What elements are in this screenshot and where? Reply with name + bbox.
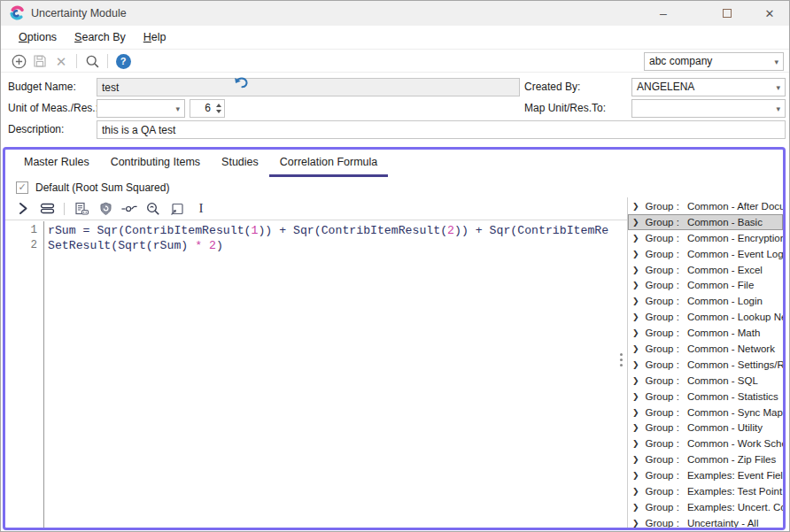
map-unit-select[interactable] xyxy=(631,99,786,118)
unit-select[interactable] xyxy=(97,99,185,118)
default-checkbox[interactable]: ✓ xyxy=(16,181,28,194)
minimize-button[interactable]: – xyxy=(644,1,683,26)
chevron-right-icon[interactable]: ❯ xyxy=(632,281,639,289)
company-value: abc company xyxy=(645,53,783,70)
group-list-item[interactable]: ❯Group :Common - SQL xyxy=(628,373,783,389)
zoom-button[interactable] xyxy=(145,201,161,217)
group-list-item[interactable]: ❯Group :Uncertainty - All xyxy=(628,515,783,528)
shield-icon xyxy=(99,202,112,216)
verify-button[interactable] xyxy=(97,201,113,217)
group-prefix: Group : xyxy=(646,201,679,212)
group-list-item[interactable]: ❯Group :Common - File xyxy=(628,277,783,293)
menu-search-by[interactable]: Search By xyxy=(66,31,135,43)
created-by-select[interactable]: ANGELENA xyxy=(631,78,786,96)
chevron-right-icon[interactable]: ❯ xyxy=(632,266,639,274)
splitter-handle-icon[interactable] xyxy=(620,353,623,356)
text-cursor-icon: I xyxy=(199,201,204,216)
resolution-stepper[interactable]: 6 xyxy=(190,99,225,118)
group-name: Common - Work Sched xyxy=(687,438,783,449)
group-name: Common - Zip Files xyxy=(687,454,776,465)
group-list-item[interactable]: ❯Group :Common - Encryption xyxy=(628,230,783,246)
uncertainty-module-window: Uncertainty Module – ✕ Options Search By… xyxy=(0,0,790,532)
chevron-right-icon[interactable]: ❯ xyxy=(632,376,639,385)
formula-code-area[interactable]: rSum = Sqr(ContribItemResult(1)) + Sqr(C… xyxy=(44,221,627,528)
chevron-right-icon[interactable]: ❯ xyxy=(632,344,639,353)
group-prefix: Group : xyxy=(646,454,679,465)
watch-button[interactable] xyxy=(121,201,137,217)
group-list-item[interactable]: ❯Group :Examples: Event Fields xyxy=(628,467,783,483)
group-list-item[interactable]: ❯Group :Examples: Uncert. Cont xyxy=(628,499,783,515)
chevron-right-icon[interactable]: ❯ xyxy=(632,297,639,305)
spinner-up-icon[interactable] xyxy=(216,104,221,107)
insert-frame-button[interactable] xyxy=(169,201,185,217)
chevron-right-icon[interactable]: ❯ xyxy=(632,392,639,401)
delete-button[interactable]: ✕ xyxy=(50,51,72,71)
chevron-right-icon[interactable]: ❯ xyxy=(632,471,639,480)
rows-button[interactable] xyxy=(39,201,55,217)
chevron-right-icon[interactable]: ❯ xyxy=(632,218,639,227)
tab-contributing-items[interactable]: Contributing Items xyxy=(100,150,211,177)
search-button[interactable] xyxy=(81,51,103,71)
chevron-right-icon[interactable]: ❯ xyxy=(632,360,639,369)
group-name: Common - Encryption xyxy=(687,233,783,243)
default-checkbox-label: Default (Root Sum Squared) xyxy=(35,181,169,194)
group-prefix: Group : xyxy=(646,391,679,402)
description-label: Description: xyxy=(8,120,64,139)
chevron-right-icon[interactable]: ❯ xyxy=(632,312,639,321)
tab-correlation-formula[interactable]: Correlation Formula xyxy=(269,150,388,177)
tab-studies[interactable]: Studies xyxy=(211,150,269,177)
validate-button[interactable] xyxy=(74,201,89,217)
menu-options[interactable]: Options xyxy=(10,31,66,43)
group-list-item[interactable]: ❯Group :Examples: Test Point Fi xyxy=(628,483,783,499)
group-list-item[interactable]: ❯Group :Common - Utility xyxy=(628,420,783,436)
main-toolbar: ✕ ? abc company xyxy=(1,50,789,73)
chevron-right-icon[interactable]: ❯ xyxy=(632,202,639,211)
group-list-item[interactable]: ❯Group :Common - Statistics xyxy=(628,389,783,405)
group-list-item[interactable]: ❯Group :Common - Login xyxy=(628,293,783,309)
chevron-right-icon[interactable]: ❯ xyxy=(632,423,639,432)
undo-button[interactable] xyxy=(231,73,251,91)
close-icon: ✕ xyxy=(765,7,775,20)
toolbar-separator xyxy=(107,54,108,68)
chevron-right-icon[interactable]: ❯ xyxy=(632,408,639,417)
group-list-item[interactable]: ❯Group :Common - Zip Files xyxy=(628,451,783,467)
group-list-item[interactable]: ❯Group :Common - Excel xyxy=(628,262,783,278)
group-list-item[interactable]: ❯Group :Common - Event Loggi xyxy=(628,246,783,262)
group-prefix: Group : xyxy=(646,249,679,259)
tab-panel: Master RulesContributing ItemsStudiesCor… xyxy=(3,147,786,530)
close-button[interactable]: ✕ xyxy=(750,1,789,26)
group-prefix: Group : xyxy=(646,343,679,354)
tab-master-rules[interactable]: Master Rules xyxy=(13,150,100,177)
add-button[interactable] xyxy=(8,51,29,71)
group-list-item[interactable]: ❯Group :Common - Sync Map xyxy=(628,405,783,420)
chevron-right-icon[interactable]: ❯ xyxy=(632,487,639,496)
chevron-right-icon[interactable]: ❯ xyxy=(632,234,639,243)
chevron-right-icon[interactable]: ❯ xyxy=(632,439,639,448)
group-prefix: Group : xyxy=(646,407,679,418)
group-list-item[interactable]: ❯Group :Common - Work Sched xyxy=(628,436,783,451)
code-line: SetResult(Sqrt(rSum) * 2) xyxy=(48,238,627,253)
run-button[interactable] xyxy=(15,201,31,217)
save-button[interactable] xyxy=(29,51,50,71)
group-name: Common - Basic xyxy=(687,217,763,227)
group-list-item[interactable]: ❯Group :Common - Basic xyxy=(628,214,783,230)
maximize-button[interactable] xyxy=(708,1,747,26)
menu-help[interactable]: Help xyxy=(135,31,175,43)
spinner-down-icon[interactable] xyxy=(216,110,221,113)
chevron-right-icon[interactable]: ❯ xyxy=(632,328,639,337)
chevron-right-icon[interactable]: ❯ xyxy=(632,250,639,258)
group-list-item[interactable]: ❯Group :Common - Settings/Ref xyxy=(628,357,783,373)
description-input[interactable] xyxy=(97,120,786,139)
company-select[interactable]: abc company xyxy=(644,52,784,71)
help-button[interactable]: ? xyxy=(112,51,134,71)
text-cursor-button[interactable]: I xyxy=(193,201,209,217)
group-list-item[interactable]: ❯Group :Common - After Docum xyxy=(628,198,783,214)
group-name: Examples: Uncert. Cont xyxy=(687,502,783,513)
group-list-item[interactable]: ❯Group :Common - Lookup Nex xyxy=(628,309,783,325)
chevron-right-icon[interactable]: ❯ xyxy=(632,503,639,512)
group-list-item[interactable]: ❯Group :Common - Network xyxy=(628,341,783,357)
budget-name-input[interactable] xyxy=(97,78,520,96)
chevron-right-icon[interactable]: ❯ xyxy=(632,455,639,464)
chevron-right-icon[interactable]: ❯ xyxy=(632,519,639,528)
group-list-item[interactable]: ❯Group :Common - Math xyxy=(628,325,783,341)
